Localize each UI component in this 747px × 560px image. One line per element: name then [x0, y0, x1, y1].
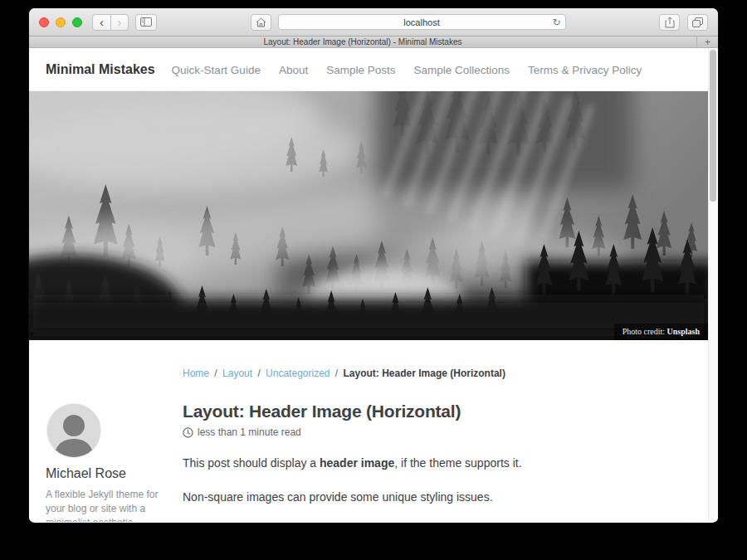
tab-bar: Layout: Header Image (Horizontal) - Mini…: [29, 37, 718, 48]
tab-overview-button[interactable]: [687, 14, 708, 31]
nav-item-terms-privacy-policy[interactable]: Terms & Privacy Policy: [528, 64, 642, 76]
breadcrumb-layout-link[interactable]: Layout: [222, 368, 252, 379]
author-bio: A flexible Jekyll theme for your blog or…: [46, 488, 170, 522]
breadcrumb-separator: /: [335, 368, 338, 379]
zoom-window-button[interactable]: [72, 17, 82, 27]
share-icon: [665, 17, 675, 28]
new-tab-button[interactable]: +: [696, 37, 718, 47]
window-controls: [39, 17, 82, 27]
close-window-button[interactable]: [39, 17, 49, 27]
browser-titlebar: ‹ › localhost ↻: [29, 8, 718, 37]
home-icon: [256, 17, 266, 27]
nav-item-quick-start-guide[interactable]: Quick-Start Guide: [172, 64, 261, 76]
photo-credit-source: Unsplash: [667, 327, 700, 336]
reload-button[interactable]: ↻: [552, 17, 560, 28]
page-viewport: Minimal Mistakes Quick-Start Guide About…: [29, 48, 718, 522]
reload-icon: ↻: [552, 17, 560, 28]
header-image: Photo credit: Unsplash: [29, 91, 708, 340]
nav-item-about[interactable]: About: [279, 64, 308, 76]
nav-item-sample-posts[interactable]: Sample Posts: [326, 64, 395, 76]
active-tab[interactable]: Layout: Header Image (Horizontal) - Mini…: [29, 37, 696, 47]
share-button[interactable]: [659, 14, 680, 31]
back-icon: ‹: [100, 16, 104, 28]
author-name: Michael Rose: [46, 466, 183, 481]
author-sidebar: Michael Rose A flexible Jekyll theme for…: [46, 368, 183, 522]
post-article: Home / Layout / Uncategorized / Layout: …: [183, 368, 681, 522]
page-content: Michael Rose A flexible Jekyll theme for…: [29, 340, 718, 522]
breadcrumb: Home / Layout / Uncategorized / Layout: …: [183, 368, 631, 379]
forward-icon: ›: [118, 16, 122, 28]
url-text: localhost: [403, 17, 439, 27]
read-time: less than 1 minute read: [198, 426, 301, 438]
clock-icon: [183, 427, 193, 438]
history-nav-group: ‹ ›: [92, 14, 129, 31]
breadcrumb-separator: /: [214, 368, 217, 379]
person-silhouette-icon: [47, 404, 100, 457]
breadcrumb-uncategorized-link[interactable]: Uncategorized: [266, 368, 330, 379]
minimize-window-button[interactable]: [56, 17, 66, 27]
breadcrumb-separator: /: [257, 368, 260, 379]
site-masthead: Minimal Mistakes Quick-Start Guide About…: [29, 48, 718, 91]
address-bar[interactable]: localhost ↻: [278, 14, 566, 30]
breadcrumb-current: Layout: Header Image (Horizontal): [344, 368, 505, 379]
sidebar-toggle-button[interactable]: [135, 14, 157, 31]
post-meta: less than 1 minute read: [183, 426, 631, 438]
breadcrumb-home-link[interactable]: Home: [183, 368, 209, 379]
post-paragraph: This post should display a header image,…: [183, 455, 631, 472]
paragraph-text: This post should display a: [183, 456, 320, 470]
scrollbar-thumb[interactable]: [710, 50, 716, 202]
photo-credit-label: Photo credit:: [622, 327, 665, 336]
paragraph-text: , if the theme supports it.: [394, 456, 521, 470]
scrollbar-track[interactable]: [708, 48, 718, 522]
nav-item-sample-collections[interactable]: Sample Collections: [413, 64, 510, 76]
site-title-link[interactable]: Minimal Mistakes: [46, 62, 155, 77]
tabs-icon: [692, 17, 703, 27]
avatar: [47, 404, 100, 457]
foggy-forest-illustration: [29, 91, 708, 340]
browser-window: ‹ › localhost ↻ Layout: Header Image (Ho…: [29, 8, 718, 523]
tab-title: Layout: Header Image (Horizontal) - Mini…: [264, 37, 462, 46]
post-paragraph: Non-square images can provide some uniqu…: [183, 489, 631, 506]
paragraph-bold-text: header image: [320, 456, 394, 470]
back-button[interactable]: ‹: [92, 14, 110, 31]
post-title: Layout: Header Image (Horizontal): [183, 402, 631, 421]
plus-icon: +: [705, 37, 710, 48]
home-button[interactable]: [251, 14, 271, 31]
photo-credit: Photo credit: Unsplash: [614, 324, 708, 340]
site-nav: Quick-Start Guide About Sample Posts Sam…: [172, 62, 661, 77]
forward-button[interactable]: ›: [110, 14, 129, 31]
sidebar-icon: [140, 17, 152, 27]
